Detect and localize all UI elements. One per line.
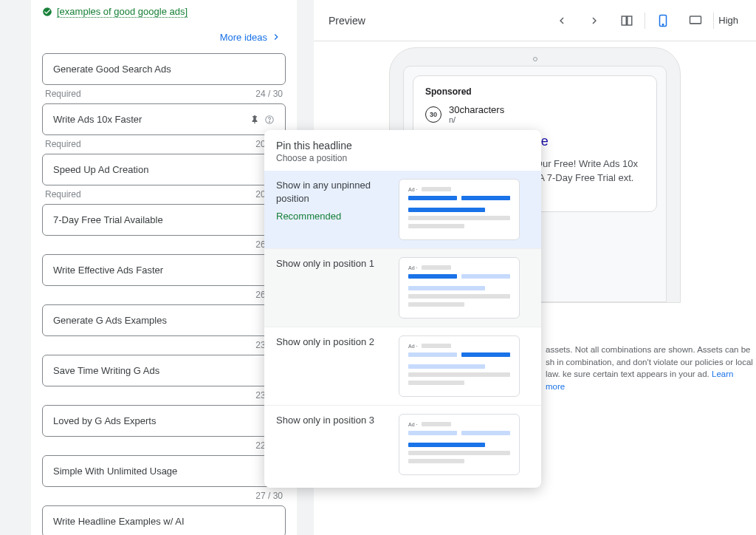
chevron-left-icon — [555, 14, 568, 27]
mini-preview: Ad · — [399, 257, 520, 318]
preview-footer-text: assets. Not all combinations are shown. … — [543, 344, 756, 393]
recommended-label: Recommended — [276, 210, 387, 223]
char-count: 23 / 30 — [45, 390, 283, 401]
headline-input[interactable]: Write Effective Ads Faster — [42, 254, 286, 286]
mini-preview: Ad · — [399, 414, 520, 475]
keyword-link-row[interactable]: [examples of good google ads] — [42, 6, 286, 18]
headline-text: Simple With Unlimited Usage — [53, 466, 177, 477]
headline-meta: Required20 / 30 — [45, 139, 283, 149]
keyword-link-text[interactable]: [examples of good google ads] — [57, 6, 188, 18]
required-label: Required — [45, 139, 81, 149]
prev-button[interactable] — [546, 6, 578, 35]
svg-rect-2 — [622, 16, 627, 25]
mobile-view-button[interactable] — [647, 6, 679, 35]
pin-icon[interactable] — [250, 115, 260, 125]
headline-meta: 26 / 30 — [45, 239, 283, 250]
popover-title: Pin this headline — [276, 140, 529, 151]
svg-rect-3 — [628, 16, 632, 25]
chevron-right-icon — [588, 14, 601, 27]
headline-text: Save Time Writing G Ads — [53, 365, 159, 376]
headline-meta: Required24 / 30 — [45, 89, 283, 99]
camera-dot-icon — [533, 57, 537, 61]
headline-meta: 27 / 30 — [45, 491, 283, 501]
headline-text: Write Headline Examples w/ AI — [53, 516, 185, 527]
char-count: 24 / 30 — [81, 89, 283, 99]
headline-input[interactable]: Simple With Unlimited Usage — [42, 455, 286, 487]
pin-option[interactable]: Show only in position 2Ad · — [264, 327, 541, 405]
headline-text: Generate G Ads Examples — [53, 315, 167, 326]
headline-input[interactable]: 7-Day Free Trial Available — [42, 204, 286, 236]
ad-source-row: 30 30characters n/ — [425, 104, 645, 124]
headline-text: Write Ads 10x Faster — [53, 114, 142, 125]
headline-text: 7-Day Free Trial Available — [53, 214, 163, 225]
headline-meta: 23 / 30 — [45, 340, 283, 350]
pin-option-label: Show in any unpinned positionRecommended — [276, 179, 387, 224]
checkmark-circle-icon — [42, 7, 52, 17]
mini-preview: Ad · — [399, 335, 520, 397]
char-count: 20 / 30 — [81, 189, 283, 200]
headline-text: Generate Good Search Ads — [53, 64, 171, 75]
svg-point-1 — [269, 121, 270, 122]
headline-text: Loved by G Ads Experts — [53, 415, 156, 426]
headline-input[interactable]: Write Headline Examples w/ AI — [42, 505, 286, 535]
char-count: 26 / 30 — [45, 290, 283, 300]
headline-meta: 22 / 30 — [45, 440, 283, 451]
preview-toolbar: High — [546, 6, 741, 35]
mini-preview: Ad · — [399, 179, 520, 240]
next-button[interactable] — [578, 6, 611, 35]
preview-title: Preview — [329, 15, 365, 27]
headline-input[interactable]: Speed Up Ad Creation — [42, 154, 286, 185]
headline-input[interactable]: Loved by G Ads Experts — [42, 405, 286, 437]
columns-button[interactable] — [611, 6, 643, 35]
avatar: 30 — [425, 106, 441, 123]
headline-text: Speed Up Ad Creation — [53, 164, 148, 175]
headline-input[interactable]: Generate G Ads Examples — [42, 304, 286, 336]
char-count: 26 / 30 — [45, 239, 283, 250]
pin-headline-popover[interactable]: Pin this headline Choose a position Show… — [264, 130, 541, 488]
pin-option[interactable]: Show only in position 3Ad · — [264, 405, 541, 483]
ad-strength-label: High — [715, 15, 741, 26]
required-label: Required — [45, 89, 81, 99]
char-count: 20 / 30 — [81, 139, 283, 149]
desktop-view-button[interactable] — [679, 6, 712, 35]
help-icon[interactable] — [264, 115, 275, 125]
pin-option-label: Show only in position 2 — [276, 335, 387, 349]
headline-input[interactable]: Save Time Writing G Ads — [42, 355, 286, 386]
pin-option[interactable]: Show in any unpinned positionRecommended… — [264, 171, 541, 248]
headline-meta: 23 / 30 — [45, 390, 283, 401]
headline-input[interactable]: Generate Good Search Ads — [42, 53, 286, 85]
svg-rect-6 — [690, 16, 701, 24]
svg-point-5 — [663, 24, 664, 25]
headline-text: Write Effective Ads Faster — [53, 265, 163, 276]
pin-option-label: Show only in position 3 — [276, 414, 387, 427]
chevron-right-icon — [270, 31, 282, 43]
popover-subtitle: Choose a position — [276, 153, 529, 163]
ad-source-name: 30characters — [449, 104, 504, 115]
preview-header: Preview High — [314, 0, 756, 41]
ad-source-url: n/ — [449, 115, 504, 124]
desktop-icon — [687, 14, 704, 27]
headline-input[interactable]: Write Ads 10x Faster — [42, 103, 286, 135]
char-count: 22 / 30 — [45, 440, 283, 451]
char-count: 27 / 30 — [45, 491, 283, 501]
headline-editor-panel: [examples of good google ads] More ideas… — [31, 0, 297, 535]
pin-option[interactable]: Show only in position 1Ad · — [264, 248, 541, 327]
required-label: Required — [45, 189, 81, 200]
headline-meta: 26 / 30 — [45, 290, 283, 300]
columns-icon — [620, 14, 633, 27]
headline-meta: Required20 / 30 — [45, 189, 283, 200]
pin-option-label: Show only in position 1 — [276, 257, 387, 270]
char-count: 23 / 30 — [45, 340, 283, 350]
more-ideas-link[interactable]: More ideas — [42, 31, 282, 43]
sponsored-label: Sponsored — [425, 86, 645, 97]
mobile-icon — [656, 13, 670, 28]
